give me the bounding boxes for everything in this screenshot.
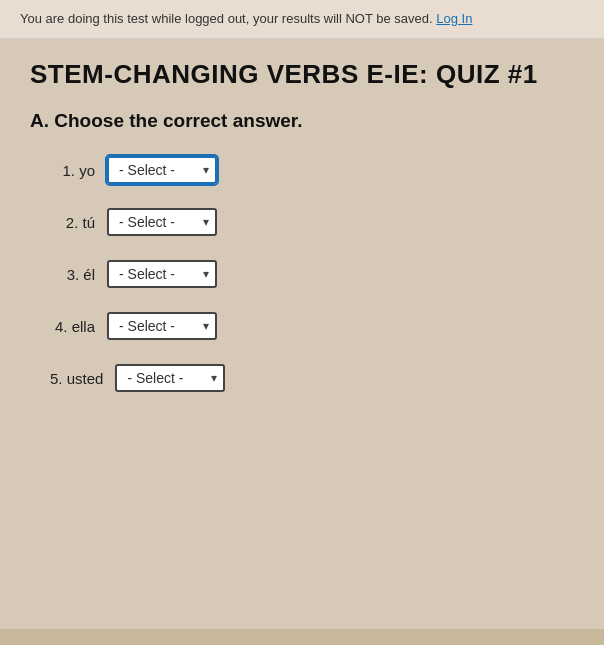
answer-select-1[interactable]: - Select -piensopiensaspiensapensamospen… — [107, 156, 217, 184]
quiz-title: STEM-CHANGING VERBS E-IE: QUIZ #1 — [30, 59, 574, 90]
question-row: 5. usted- Select -piensopiensaspiensapen… — [50, 364, 574, 392]
question-row: 4. ella- Select -piensopiensaspiensapens… — [50, 312, 574, 340]
question-row: 3. él- Select -piensopiensaspiensapensam… — [50, 260, 574, 288]
question-list: 1. yo- Select -piensopiensaspiensapensam… — [30, 156, 574, 392]
question-number: 5. usted — [50, 370, 103, 387]
question-row: 2. tú- Select -piensopiensaspiensapensam… — [50, 208, 574, 236]
select-wrapper: - Select -piensopiensaspiensapensamospen… — [107, 312, 217, 340]
logged-out-message: You are doing this test while logged out… — [20, 11, 433, 26]
question-number: 1. yo — [50, 162, 95, 179]
answer-select-4[interactable]: - Select -piensopiensaspiensapensamospen… — [107, 312, 217, 340]
select-wrapper: - Select -piensopiensaspiensapensamospen… — [107, 156, 217, 184]
question-number: 2. tú — [50, 214, 95, 231]
question-number: 4. ella — [50, 318, 95, 335]
main-content: STEM-CHANGING VERBS E-IE: QUIZ #1 A. Cho… — [0, 39, 604, 629]
select-wrapper: - Select -piensopiensaspiensapensamospen… — [107, 208, 217, 236]
section-label: A. Choose the correct answer. — [30, 110, 574, 132]
answer-select-2[interactable]: - Select -piensopiensaspiensapensamospen… — [107, 208, 217, 236]
answer-select-3[interactable]: - Select -piensopiensaspiensapensamospen… — [107, 260, 217, 288]
select-wrapper: - Select -piensopiensaspiensapensamospen… — [115, 364, 225, 392]
answer-select-5[interactable]: - Select -piensopiensaspiensapensamospen… — [115, 364, 225, 392]
login-link[interactable]: Log In — [436, 11, 472, 26]
question-row: 1. yo- Select -piensopiensaspiensapensam… — [50, 156, 574, 184]
select-wrapper: - Select -piensopiensaspiensapensamospen… — [107, 260, 217, 288]
top-bar: You are doing this test while logged out… — [0, 0, 604, 39]
question-number: 3. él — [50, 266, 95, 283]
